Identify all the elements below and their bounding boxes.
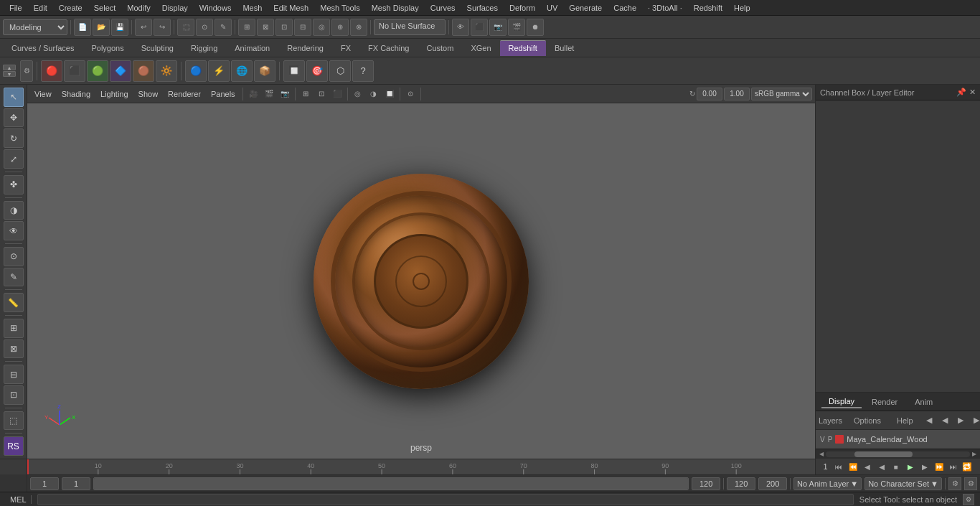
open-btn[interactable]: 📂 (93, 19, 110, 36)
undo-btn[interactable]: ↩ (135, 19, 152, 36)
snap-curve[interactable]: ⊡ (4, 385, 24, 405)
menu-mesh[interactable]: Mesh (237, 2, 267, 14)
snap5-btn[interactable]: ◎ (313, 19, 330, 36)
redo-btn[interactable]: ↪ (154, 19, 171, 36)
no-anim-layer-btn[interactable]: No Anim Layer ▼ (793, 477, 862, 490)
pb-stop[interactable]: ■ (890, 461, 903, 472)
menu-help[interactable]: Help (729, 2, 755, 14)
rs-btn-14[interactable]: ? (352, 60, 374, 82)
layers-arrow-r2[interactable]: ▶ (969, 413, 980, 428)
rs-btn-2[interactable]: ⬛ (64, 60, 85, 82)
mode-selector[interactable]: Modeling (3, 19, 67, 35)
lasso-select[interactable]: ⊙ (4, 247, 24, 266)
scale-tool[interactable]: ⤢ (4, 149, 24, 169)
tab-xgen[interactable]: XGen (462, 40, 499, 56)
tab-fx-caching[interactable]: FX Caching (359, 40, 418, 56)
render4-btn[interactable]: 🎬 (508, 19, 525, 36)
menu-surfaces[interactable]: Surfaces (462, 2, 503, 14)
pb-step-fwd[interactable]: ⏩ (933, 461, 946, 472)
menu-redshift[interactable]: Redshift (689, 2, 727, 14)
shelf-scroll-down[interactable]: ▼ (3, 71, 16, 77)
redshift-icon[interactable]: RS (4, 436, 24, 456)
menu-uv[interactable]: UV (542, 2, 562, 14)
rs-btn-11[interactable]: 🔲 (283, 60, 305, 82)
vp-grid[interactable]: ⊞ (298, 87, 313, 101)
render-region[interactable]: ⬚ (4, 411, 24, 431)
layers-sub-options[interactable]: Options (847, 415, 888, 426)
snap1-btn[interactable]: ⊞ (238, 19, 255, 36)
tab-bullet[interactable]: Bullet (546, 40, 583, 56)
menu-display[interactable]: Display (157, 2, 193, 14)
rs-btn-3[interactable]: 🟢 (87, 60, 108, 82)
vp-lighting[interactable]: Lighting (96, 88, 133, 100)
menu-generate[interactable]: Generate (564, 2, 607, 14)
tab-fx[interactable]: FX (332, 40, 359, 56)
menu-edit[interactable]: Edit (29, 2, 52, 14)
vp-cam2[interactable]: 🎬 (262, 87, 276, 101)
time-slider-field[interactable] (93, 477, 689, 490)
vp-rotation-x[interactable]: 0.00 (697, 88, 722, 100)
status-icon[interactable]: ⚙ (963, 494, 974, 505)
tab-sculpting[interactable]: Sculpting (133, 40, 182, 56)
menu-create[interactable]: Create (54, 2, 88, 14)
rs-btn-6[interactable]: 🔆 (156, 60, 177, 82)
paint-btn[interactable]: ✎ (215, 19, 232, 36)
no-live-surface[interactable]: No Live Surface (374, 19, 446, 35)
rs-btn-13[interactable]: ⬡ (329, 60, 351, 82)
scrollbar-track[interactable] (826, 451, 970, 457)
measure-tool[interactable]: 📏 (4, 293, 24, 312)
select-btn[interactable]: ⬚ (177, 19, 194, 36)
show-hide[interactable]: 👁 (4, 221, 24, 240)
viewport-content[interactable]: persp X Y Z (27, 103, 815, 459)
pb-prev-frame[interactable]: ◀ (861, 461, 874, 472)
render3-btn[interactable]: 📷 (489, 19, 507, 36)
pb-rewind[interactable]: ⏮ (832, 461, 845, 472)
rs-btn-7[interactable]: 🔵 (185, 60, 207, 82)
tab-animation[interactable]: Animation (226, 40, 278, 56)
rotate-tool[interactable]: ↻ (4, 128, 24, 148)
rs-btn-10[interactable]: 📦 (254, 60, 275, 82)
cluster-tool[interactable]: ⊠ (4, 339, 24, 359)
rs-btn-9[interactable]: 🌐 (231, 60, 253, 82)
pb-next-frame[interactable]: ▶ (918, 461, 931, 472)
move-tool[interactable]: ✥ (4, 108, 24, 128)
pb-play-back[interactable]: ▶ (875, 461, 888, 472)
pb-play-fwd[interactable]: ▶ (904, 461, 917, 472)
menu-deform[interactable]: Deform (504, 2, 540, 14)
vp-backface[interactable]: ◑ (367, 87, 381, 101)
tab-polygons[interactable]: Polygons (83, 40, 132, 56)
vp-cam3[interactable]: 📷 (278, 87, 292, 101)
layers-tab-anim[interactable]: Anim (908, 396, 940, 408)
rs-btn-5[interactable]: 🟤 (133, 60, 154, 82)
vp-wireframe[interactable]: ⊡ (314, 87, 329, 101)
vp-isolate[interactable]: ⊙ (403, 87, 418, 101)
render5-btn[interactable]: ⏺ (527, 19, 544, 36)
vp-renderer[interactable]: Renderer (164, 88, 205, 100)
scroll-left[interactable]: ◀ (817, 450, 826, 459)
render2-btn[interactable]: ⬛ (471, 19, 488, 36)
total-end-input[interactable] (727, 477, 755, 490)
vp-smooth[interactable]: ⬛ (330, 87, 344, 101)
vp-cam1[interactable]: 🎥 (246, 87, 260, 101)
snap-grid[interactable]: ⊟ (4, 365, 24, 384)
menu-curves[interactable]: Curves (425, 2, 461, 14)
lasso-btn[interactable]: ⊙ (196, 19, 213, 36)
panel-pin[interactable]: 📌 (956, 88, 966, 97)
tab-custom[interactable]: Custom (418, 40, 463, 56)
new-btn[interactable]: 📄 (74, 19, 91, 36)
pb-fast-fwd[interactable]: ⏭ (947, 461, 960, 472)
panel-close[interactable]: ✕ (969, 88, 976, 97)
menu-select[interactable]: Select (89, 2, 121, 14)
vp-gamma-select[interactable]: sRGB gamma (751, 88, 812, 100)
current-frame-input[interactable]: 1 (30, 477, 59, 490)
snap3-btn[interactable]: ⊡ (275, 19, 293, 36)
layers-arrow-r[interactable]: ▶ (953, 413, 968, 428)
shelf-scroll-up[interactable]: ▲ (3, 65, 16, 70)
rs-btn-8[interactable]: ⚡ (208, 60, 230, 82)
shelf-settings[interactable]: ⚙ (20, 60, 33, 82)
layers-tab-render[interactable]: Render (864, 396, 905, 408)
range-end-input[interactable] (692, 477, 720, 490)
grand-end-input[interactable] (758, 477, 787, 490)
range-start-input[interactable] (62, 477, 90, 490)
scroll-right[interactable]: ▶ (970, 450, 979, 459)
